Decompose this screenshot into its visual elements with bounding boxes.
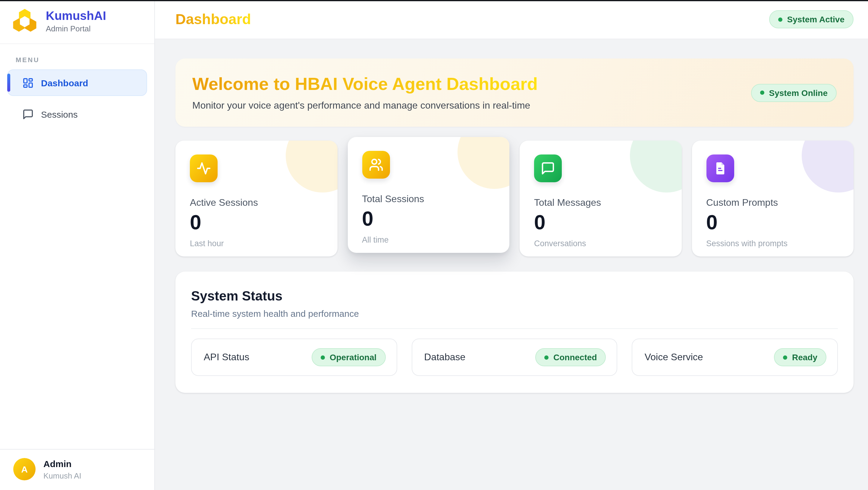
stat-card-custom-prompts[interactable]: Custom Prompts 0 Sessions with prompts bbox=[692, 141, 854, 256]
stat-icon-badge bbox=[706, 154, 734, 182]
user-name: Admin bbox=[43, 458, 82, 469]
stat-icon-badge bbox=[534, 154, 562, 182]
stat-card-total-sessions[interactable]: Total Sessions 0 All time bbox=[347, 137, 509, 253]
sidebar-item-dashboard[interactable]: Dashboard bbox=[7, 69, 147, 96]
dashboard-content: Welcome to HBAI Voice Agent Dashboard Mo… bbox=[155, 39, 868, 407]
status-grid: API Status Operational Database Connecte… bbox=[191, 339, 838, 376]
decorative-circle bbox=[458, 137, 509, 189]
system-active-badge: System Active bbox=[769, 10, 854, 28]
status-dot-icon bbox=[778, 17, 782, 22]
welcome-banner: Welcome to HBAI Voice Agent Dashboard Mo… bbox=[176, 59, 854, 127]
window-top-edge bbox=[0, 0, 868, 1]
users-icon bbox=[369, 157, 383, 172]
system-active-badge-label: System Active bbox=[787, 15, 844, 24]
status-pill: Operational bbox=[312, 348, 386, 366]
file-text-icon bbox=[713, 161, 727, 176]
stat-caption: All time bbox=[362, 235, 495, 244]
sidebar-item-label: Dashboard bbox=[41, 78, 88, 88]
sidebar-item-sessions[interactable]: Sessions bbox=[7, 101, 147, 127]
status-dot-icon bbox=[544, 355, 549, 359]
kumushai-logo-icon bbox=[11, 7, 38, 35]
status-pill: Connected bbox=[535, 348, 606, 366]
system-online-badge-label: System Online bbox=[769, 88, 828, 97]
banner-title: Welcome to HBAI Voice Agent Dashboard bbox=[192, 75, 538, 95]
system-online-badge: System Online bbox=[751, 84, 837, 102]
brand-subtitle: Admin Portal bbox=[46, 24, 106, 33]
status-dot-icon bbox=[760, 90, 764, 95]
status-label: Voice Service bbox=[645, 352, 703, 363]
decorative-circle bbox=[285, 141, 337, 193]
stat-label: Total Sessions bbox=[362, 194, 495, 205]
status-pill-label: Operational bbox=[330, 352, 377, 362]
status-pill: Ready bbox=[774, 348, 827, 366]
activity-icon bbox=[196, 161, 211, 176]
stat-caption: Conversations bbox=[534, 239, 667, 248]
page-title: Dashboard bbox=[176, 11, 251, 28]
user-org: Kumush AI bbox=[43, 471, 82, 480]
sidebar-item-label: Sessions bbox=[41, 109, 78, 119]
stat-value: 0 bbox=[362, 208, 495, 229]
decorative-circle bbox=[802, 141, 854, 193]
status-pill-label: Connected bbox=[553, 352, 597, 362]
stat-icon-badge bbox=[190, 154, 218, 182]
stat-value: 0 bbox=[190, 212, 323, 232]
stat-label: Total Messages bbox=[534, 197, 667, 208]
sidebar: KumushAI Admin Portal MENU Dashboard bbox=[0, 0, 155, 490]
divider bbox=[191, 328, 838, 329]
stats-grid: Active Sessions 0 Last hour bbox=[176, 141, 854, 256]
app-window: KumushAI Admin Portal MENU Dashboard bbox=[0, 0, 868, 490]
stat-value: 0 bbox=[706, 212, 839, 232]
stat-caption: Sessions with prompts bbox=[706, 239, 839, 248]
layout-dashboard-icon bbox=[22, 77, 34, 88]
menu-section-label: MENU bbox=[7, 53, 147, 69]
user-profile[interactable]: A Admin Kumush AI bbox=[0, 449, 154, 490]
stat-label: Custom Prompts bbox=[706, 197, 839, 208]
message-square-icon bbox=[22, 108, 34, 120]
brand-header[interactable]: KumushAI Admin Portal bbox=[0, 0, 154, 44]
status-row-voice-service: Voice Service Ready bbox=[632, 339, 838, 376]
status-dot-icon bbox=[783, 355, 787, 359]
sidebar-menu: MENU Dashboard Sessions bbox=[0, 44, 154, 132]
message-square-icon bbox=[541, 161, 555, 176]
stat-label: Active Sessions bbox=[190, 197, 323, 208]
status-label: Database bbox=[424, 352, 465, 363]
top-header: Dashboard System Active bbox=[155, 0, 868, 39]
status-row-database: Database Connected bbox=[411, 339, 617, 376]
main-area: Dashboard System Active Welcome to HBAI … bbox=[155, 0, 868, 490]
status-pill-label: Ready bbox=[792, 352, 817, 362]
status-row-api: API Status Operational bbox=[191, 339, 397, 376]
stat-caption: Last hour bbox=[190, 239, 323, 248]
decorative-circle bbox=[629, 141, 681, 193]
stat-icon-badge bbox=[362, 151, 390, 179]
stat-card-active-sessions[interactable]: Active Sessions 0 Last hour bbox=[176, 141, 337, 256]
banner-subtitle: Monitor your voice agent's performance a… bbox=[192, 100, 538, 111]
status-dot-icon bbox=[321, 355, 325, 359]
stat-card-total-messages[interactable]: Total Messages 0 Conversations bbox=[520, 141, 681, 256]
section-subtitle: Real-time system health and performance bbox=[191, 308, 838, 319]
brand-name: KumushAI bbox=[46, 9, 106, 23]
system-status-card: System Status Real-time system health an… bbox=[176, 271, 854, 393]
status-label: API Status bbox=[204, 352, 249, 363]
stat-value: 0 bbox=[534, 212, 667, 232]
user-avatar: A bbox=[13, 458, 36, 480]
section-title: System Status bbox=[191, 288, 838, 304]
